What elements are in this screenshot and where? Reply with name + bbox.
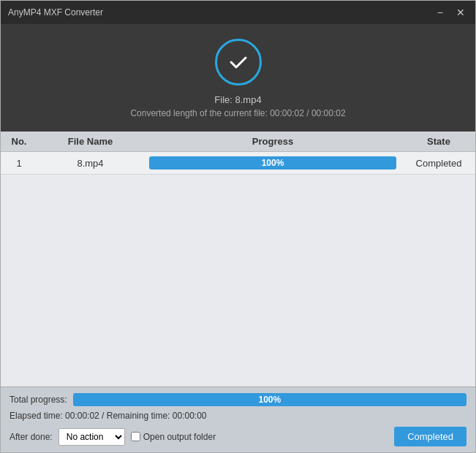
cell-state: Completed bbox=[402, 158, 475, 169]
total-progress-label: Total progress: bbox=[10, 395, 67, 405]
col-header-filename: File Name bbox=[37, 136, 143, 147]
completed-button[interactable]: Completed bbox=[394, 427, 466, 446]
app-window: AnyMP4 MXF Converter − ✕ File: 8.mp4 Con… bbox=[0, 0, 476, 453]
minimize-button[interactable]: − bbox=[434, 6, 446, 19]
checkmark-icon bbox=[227, 50, 250, 74]
total-progress-row: Total progress: 100% bbox=[10, 393, 466, 406]
total-progress-bar: 100% bbox=[73, 393, 466, 406]
table-header-row: No. File Name Progress State bbox=[1, 132, 475, 152]
open-folder-checkbox[interactable] bbox=[131, 432, 140, 441]
time-info-label: Converted length of the current file: 00… bbox=[130, 108, 345, 118]
file-table: No. File Name Progress State 1 8.mp4 100… bbox=[1, 132, 475, 387]
conversion-header: File: 8.mp4 Converted length of the curr… bbox=[1, 24, 475, 132]
progress-bar-bg: 100% bbox=[149, 156, 396, 170]
table-body: 1 8.mp4 100% Completed bbox=[1, 152, 475, 387]
cell-filename: 8.mp4 bbox=[37, 158, 143, 169]
open-folder-label[interactable]: Open output folder bbox=[131, 432, 216, 442]
title-bar: AnyMP4 MXF Converter − ✕ bbox=[1, 1, 475, 24]
bottom-panel: Total progress: 100% Elapsed time: 00:00… bbox=[1, 387, 475, 452]
window-controls: − ✕ bbox=[434, 6, 468, 19]
after-done-label: After done: bbox=[10, 432, 53, 442]
table-row: 1 8.mp4 100% Completed bbox=[1, 152, 475, 175]
col-header-progress: Progress bbox=[143, 136, 402, 147]
col-header-state: State bbox=[402, 136, 475, 147]
cell-progress: 100% bbox=[143, 156, 402, 170]
after-done-row: After done: No action Shut down Hibernat… bbox=[10, 427, 466, 446]
close-button[interactable]: ✕ bbox=[453, 6, 468, 19]
file-info-label: File: 8.mp4 bbox=[214, 94, 261, 105]
open-folder-text: Open output folder bbox=[143, 432, 216, 442]
app-title: AnyMP4 MXF Converter bbox=[8, 7, 103, 18]
total-progress-bar-label: 100% bbox=[73, 395, 466, 405]
success-indicator bbox=[215, 39, 262, 85]
elapsed-time-label: Elapsed time: 00:00:02 / Remaining time:… bbox=[10, 411, 466, 421]
cell-no: 1 bbox=[1, 158, 37, 169]
progress-bar-label: 100% bbox=[149, 158, 396, 168]
col-header-no: No. bbox=[1, 136, 37, 147]
after-done-select[interactable]: No action Shut down Hibernate Exit bbox=[58, 428, 125, 446]
